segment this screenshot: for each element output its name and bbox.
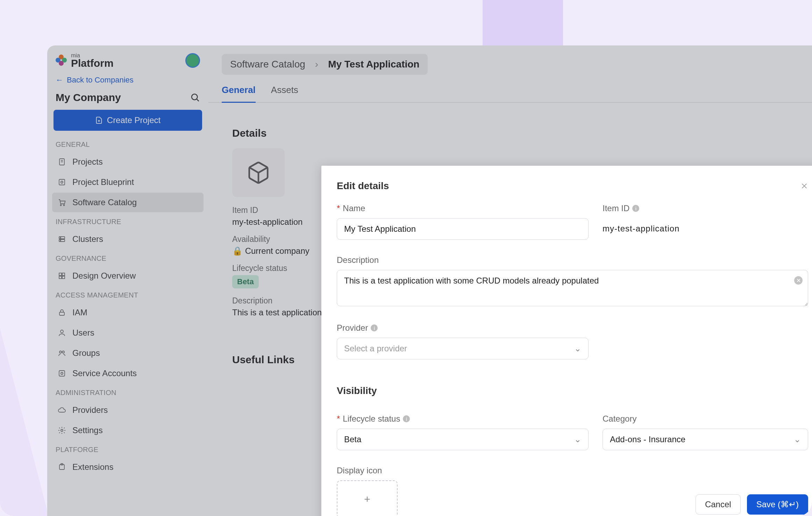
edit-details-modal: Edit details *Name Item IDi my-test-appl… bbox=[321, 166, 812, 516]
provider-select[interactable]: Select a provider ⌄ bbox=[337, 338, 589, 359]
category-value: Add-ons - Insurance bbox=[610, 435, 685, 444]
description-label-modal: Description bbox=[337, 255, 379, 265]
chevron-down-icon: ⌄ bbox=[794, 435, 801, 444]
chevron-down-icon: ⌄ bbox=[574, 435, 581, 444]
lifecycle-value: Beta bbox=[344, 435, 361, 444]
item-id-label-modal: Item ID bbox=[603, 203, 629, 213]
info-icon[interactable]: i bbox=[371, 324, 378, 331]
icon-upload[interactable]: + bbox=[337, 480, 398, 516]
description-input[interactable] bbox=[337, 270, 808, 306]
lifecycle-label-modal: Lifecycle status bbox=[343, 414, 400, 424]
name-input[interactable] bbox=[337, 218, 589, 240]
clear-description-button[interactable]: ✕ bbox=[794, 276, 803, 285]
category-select[interactable]: Add-ons - Insurance ⌄ bbox=[603, 429, 808, 450]
name-label: Name bbox=[343, 203, 365, 213]
plus-icon: + bbox=[364, 493, 370, 505]
info-icon[interactable]: i bbox=[403, 415, 410, 422]
visibility-heading: Visibility bbox=[337, 385, 808, 396]
provider-placeholder: Select a provider bbox=[344, 344, 407, 353]
cancel-button[interactable]: Cancel bbox=[696, 494, 741, 515]
provider-label: Provider bbox=[337, 323, 368, 333]
lifecycle-select[interactable]: Beta ⌄ bbox=[337, 429, 589, 450]
app-window: mia Platform ← Back to Companies My Comp… bbox=[47, 45, 812, 516]
display-icon-label: Display icon bbox=[337, 466, 382, 475]
chevron-down-icon: ⌄ bbox=[574, 344, 581, 353]
category-label: Category bbox=[603, 414, 636, 424]
close-icon bbox=[800, 182, 808, 190]
item-id-readonly: my-test-application bbox=[603, 218, 808, 234]
info-icon[interactable]: i bbox=[632, 205, 639, 212]
modal-title: Edit details bbox=[337, 180, 389, 192]
close-button[interactable] bbox=[800, 182, 808, 190]
save-button[interactable]: Save (⌘↵) bbox=[747, 494, 808, 515]
